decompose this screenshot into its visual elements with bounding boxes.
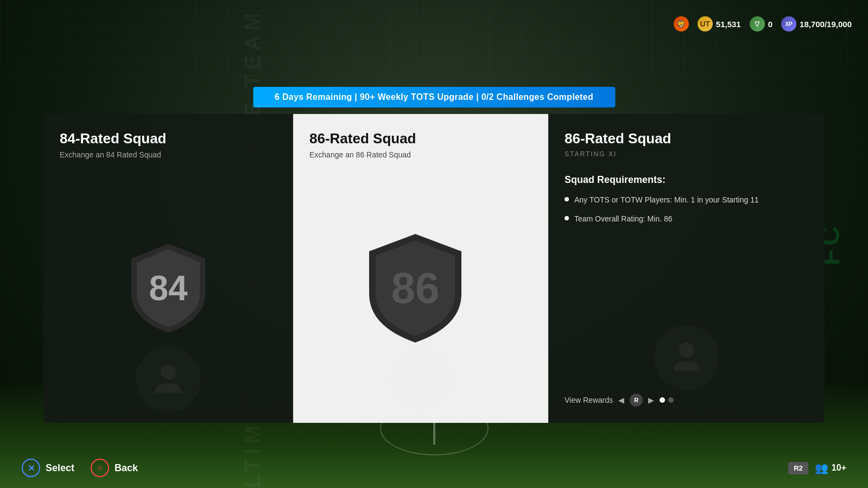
shield-icon: ▽ (750, 16, 765, 31)
view-rewards-label: View Rewards (565, 396, 613, 404)
xp-value: 18,700/19,000 (800, 20, 852, 29)
badge-86-shape: 86 (361, 229, 470, 348)
req-title: Squad Requirements: (565, 174, 808, 186)
req-card-subtitle: STARTING XI (565, 150, 808, 158)
svg-point-1 (413, 364, 428, 379)
player-ghost-2-svg (402, 360, 440, 398)
card-84-subtitle: Exchange an 84 Rated Squad (60, 150, 277, 159)
o-button[interactable]: ○ (91, 459, 109, 477)
nav-arrow-left[interactable]: ◀ (618, 396, 624, 404)
xp-currency: XP 18,700/19,000 (781, 16, 852, 31)
player-ghost-1-svg (149, 360, 187, 398)
svg-point-2 (679, 343, 694, 358)
card-84-rated[interactable]: 84-Rated Squad Exchange an 84 Rated Squa… (43, 114, 293, 423)
dot-1 (660, 397, 665, 403)
back-action[interactable]: ○ Back (91, 459, 138, 477)
bottom-right-info: R2 👥 10+ (788, 461, 846, 474)
req-card-title: 86-Rated Squad (565, 130, 808, 147)
back-label: Back (115, 462, 138, 474)
flag-currency: 🦁 (674, 16, 689, 31)
player-ghost-2 (388, 347, 453, 412)
card-requirements: 86-Rated Squad STARTING XI Squad Require… (548, 114, 825, 423)
player-ghost-3-svg (668, 339, 706, 377)
req-item-1: Any TOTS or TOTW Players: Min. 1 in your… (565, 194, 808, 206)
view-rewards-bar[interactable]: View Rewards ◀ R ▶ (565, 394, 808, 407)
flag-icon: 🦁 (674, 16, 689, 31)
badge-84-shape: 84 (125, 239, 212, 337)
badge-84: 84 (125, 239, 212, 337)
shield-currency: ▽ 0 (750, 16, 772, 31)
players-count: 10+ (832, 463, 846, 473)
r2-badge: R2 (788, 462, 808, 474)
card-86-rated[interactable]: 86-Rated Squad Exchange an 86 Rated Squa… (293, 114, 548, 423)
player-ghost-1 (136, 347, 201, 412)
players-badge: 👥 10+ (815, 461, 846, 474)
top-bar: 🦁 UT 51,531 ▽ 0 XP 18,700/19,000 (674, 16, 852, 31)
card-86-title: 86-Rated Squad (309, 130, 532, 147)
req-bullet-1 (565, 197, 569, 201)
nav-arrow-right[interactable]: ▶ (648, 396, 654, 404)
req-text-1: Any TOTS or TOTW Players: Min. 1 in your… (574, 194, 759, 206)
req-bullet-2 (565, 216, 569, 220)
select-label: Select (46, 462, 74, 474)
badge-84-number: 84 (149, 268, 187, 308)
dot-2 (668, 397, 674, 403)
bg-players-left (43, 347, 293, 412)
card-86-subtitle: Exchange an 86 Rated Squad (309, 150, 532, 159)
bg-grid (0, 0, 868, 76)
bg-players-right (548, 325, 825, 390)
bottom-bar: ✕ Select ○ Back R2 👥 10+ (0, 459, 868, 477)
coins-icon: UT (698, 16, 713, 31)
players-icon: 👥 (815, 461, 828, 474)
main-content: 84-Rated Squad Exchange an 84 Rated Squa… (43, 114, 825, 423)
rewards-dots (660, 397, 674, 403)
svg-point-0 (161, 364, 176, 379)
xp-icon: XP (781, 16, 796, 31)
badge-86: 86 (361, 229, 470, 348)
coins-currency: UT 51,531 (698, 16, 741, 31)
select-action[interactable]: ✕ Select (22, 459, 74, 477)
badge-86-number: 86 (391, 263, 440, 313)
bg-players-middle (293, 347, 548, 412)
player-ghost-3 (654, 325, 719, 390)
bottom-left-actions: ✕ Select ○ Back (22, 459, 138, 477)
card-84-title: 84-Rated Squad (60, 130, 277, 147)
req-item-2: Team Overall Rating: Min. 86 (565, 213, 808, 225)
shield-value: 0 (768, 20, 772, 29)
req-text-2: Team Overall Rating: Min. 86 (574, 213, 673, 225)
coins-value: 51,531 (716, 20, 741, 29)
banner-text: 6 Days Remaining | 90+ Weekly TOTS Upgra… (275, 92, 593, 102)
r-button[interactable]: R (630, 394, 643, 407)
x-button[interactable]: ✕ (22, 459, 40, 477)
challenge-banner: 6 Days Remaining | 90+ Weekly TOTS Upgra… (253, 87, 615, 107)
